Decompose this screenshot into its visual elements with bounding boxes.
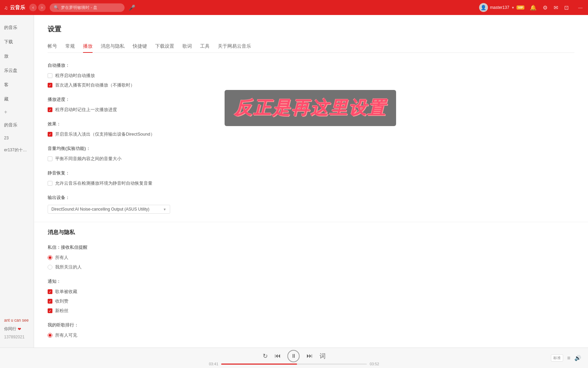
- notif-item-3: 新粉丝: [48, 308, 574, 314]
- main-layout: 的音乐 下载 放 乐云盘 客 藏 + 的音乐 23 er137的十年... an…: [0, 15, 588, 348]
- repeat-button[interactable]: ↻: [263, 352, 268, 360]
- volume-icon[interactable]: 🔊: [574, 355, 581, 361]
- dropdown-arrow-icon: ▼: [163, 208, 166, 211]
- autoplay-text-2: 首次进入播客页时自动播放（不播歌时）: [55, 82, 135, 88]
- sidebar-item-play[interactable]: 放: [0, 50, 34, 62]
- radio-all-label: 所有人: [55, 255, 68, 261]
- dropdown-arrow: ▼: [511, 6, 515, 10]
- ranking-label: 我的听歌排行：: [48, 322, 574, 328]
- next-button[interactable]: ⏭: [307, 352, 313, 359]
- search-bar[interactable]: 🔍 梦在萝明敏咦时 - 盘: [50, 3, 125, 12]
- current-time: 03:41: [209, 362, 218, 366]
- player-controls: ↻ ⏮ ⏸ ⏭ 词: [263, 350, 326, 362]
- autoplay-item-2: 首次进入播客页时自动播放（不播歌时）: [48, 82, 574, 88]
- radio-following-label: 我所关注的人: [55, 264, 82, 270]
- vip-badge: VIP: [517, 5, 524, 10]
- content-area: 设置 帐号 常规 播放 消息与隐私 快捷键 下载设置 歌词 工具 关于网易云音乐…: [34, 15, 588, 348]
- page-title: 设置: [48, 25, 574, 34]
- notif-checkbox-3[interactable]: [48, 308, 52, 313]
- messages-title: 消息与隐私: [48, 229, 574, 236]
- sidebar-item-cloud[interactable]: 乐云盘: [0, 65, 34, 76]
- window-controls: —: [577, 4, 584, 11]
- progress-checkbox-1[interactable]: [48, 107, 52, 112]
- mail-icon[interactable]: ✉: [553, 4, 559, 12]
- autoplay-label: 自动播放：: [48, 62, 574, 68]
- notif-item-2: 收到赞: [48, 298, 574, 304]
- settings-icon[interactable]: ⚙: [542, 4, 548, 12]
- standard-quality-btn[interactable]: 标准: [551, 354, 563, 362]
- pause-button[interactable]: ⏸: [288, 350, 300, 362]
- output-section: 输出设备： DirectSound:AI Noise-cancelling Ou…: [48, 195, 574, 214]
- sidebar-playlist-23[interactable]: 23: [0, 134, 34, 142]
- notification-section: 通知： 歌单被收藏 收到赞 新粉丝: [48, 278, 574, 314]
- top-bar: ♫ 云音乐 ‹ › 🔍 梦在萝明敏咦时 - 盘 🎤 👤 master137 ▼ …: [0, 0, 588, 15]
- tab-lyrics[interactable]: 歌词: [182, 41, 192, 53]
- silence-checkbox-1[interactable]: [48, 181, 52, 186]
- tab-playback[interactable]: 播放: [83, 41, 93, 53]
- bell-icon[interactable]: 🔔: [529, 4, 537, 12]
- add-playlist-button[interactable]: +: [4, 109, 7, 115]
- tab-tools[interactable]: 工具: [200, 41, 210, 53]
- ranking-radio-1[interactable]: [48, 333, 52, 338]
- sidebar: 的音乐 下载 放 乐云盘 客 藏 + 的音乐 23 er137的十年... an…: [0, 15, 34, 348]
- tab-download[interactable]: 下载设置: [155, 41, 174, 53]
- effects-item-1: 开启音乐淡入淡出（仅支持输出设备DirectSound）: [48, 131, 574, 137]
- effects-text-1: 开启音乐淡入淡出（仅支持输出设备DirectSound）: [55, 131, 155, 137]
- settings-tabs: 帐号 常规 播放 消息与隐私 快捷键 下载设置 歌词 工具 关于网易云音乐: [48, 41, 574, 53]
- heart-icon: ❤: [18, 327, 21, 332]
- tab-general[interactable]: 常规: [65, 41, 75, 53]
- overlay-banner: 反正是再这里设置: [225, 90, 396, 126]
- nav-buttons: ‹ ›: [29, 4, 46, 11]
- forward-button[interactable]: ›: [38, 4, 46, 11]
- volume-item-1: 平衡不同音频内容之间的音量大小: [48, 156, 574, 162]
- autoplay-checkbox-1[interactable]: [48, 73, 52, 78]
- logo-icon: ♫: [4, 5, 8, 11]
- sidebar-playlist-tenyear[interactable]: er137的十年...: [0, 145, 34, 155]
- playlist-icon[interactable]: ≡: [567, 355, 570, 361]
- app-name: 云音乐: [10, 4, 25, 11]
- notif-text-2: 收到赞: [55, 298, 68, 304]
- notification-label: 通知：: [48, 278, 574, 285]
- lyrics-button[interactable]: 词: [320, 352, 326, 360]
- mic-icon[interactable]: 🎤: [129, 4, 135, 11]
- volume-checkbox-1[interactable]: [48, 156, 52, 161]
- tab-shortcuts[interactable]: 快捷键: [133, 41, 147, 53]
- notif-checkbox-1[interactable]: [48, 289, 52, 294]
- tab-messages[interactable]: 消息与隐私: [101, 41, 125, 53]
- sidebar-item-download[interactable]: 下载: [0, 36, 34, 48]
- sidebar-item-recent[interactable]: 客: [0, 79, 34, 91]
- sidebar-bottom-text: ant u can see: [0, 316, 34, 325]
- progress-bar[interactable]: [221, 364, 367, 365]
- sidebar-item-mymusic[interactable]: 的音乐: [0, 119, 34, 131]
- user-info[interactable]: 👤 master137 ▼ VIP: [479, 3, 524, 12]
- tab-account[interactable]: 帐号: [48, 41, 57, 53]
- back-button[interactable]: ‹: [29, 4, 37, 11]
- total-time: 03:52: [370, 362, 379, 366]
- topbar-right: 👤 master137 ▼ VIP 🔔 ⚙ ✉ ⊡ —: [479, 3, 584, 12]
- autoplay-checkbox-2[interactable]: [48, 83, 52, 88]
- output-label: 输出设备：: [48, 195, 574, 201]
- tab-about[interactable]: 关于网易云音乐: [218, 41, 251, 53]
- sidebar-item-collect[interactable]: 藏: [0, 93, 34, 105]
- messages-section: 消息与隐私: [48, 229, 574, 236]
- app-logo: ♫ 云音乐: [4, 4, 25, 11]
- radio-all-btn[interactable]: [48, 255, 52, 260]
- output-dropdown[interactable]: DirectSound:AI Noise-cancelling Output (…: [48, 205, 170, 214]
- private-msg-section: 私信：接收私信提醒 所有人 我所关注的人: [48, 244, 574, 270]
- notif-checkbox-2[interactable]: [48, 299, 52, 304]
- sidebar-item-music[interactable]: 的音乐: [0, 22, 34, 33]
- prev-button[interactable]: ⏮: [275, 352, 281, 359]
- screen-icon[interactable]: ⊡: [564, 4, 569, 12]
- radio-following: 我所关注的人: [48, 264, 574, 270]
- autoplay-text-1: 程序启动时自动播放: [55, 73, 95, 79]
- radio-all: 所有人: [48, 255, 574, 261]
- effects-checkbox-1[interactable]: [48, 132, 52, 137]
- volume-section: 音量均衡(实验功能)： 平衡不同音频内容之间的音量大小: [48, 145, 574, 162]
- year-label: 137892021: [0, 333, 34, 341]
- minimize-button[interactable]: —: [577, 4, 584, 11]
- search-icon: 🔍: [54, 5, 59, 10]
- autoplay-item-1: 程序启动时自动播放: [48, 73, 574, 79]
- progress-row: 03:41 03:52: [209, 362, 379, 366]
- radio-following-btn[interactable]: [48, 265, 52, 270]
- sidebar-bottom-area: ant u can see 你同行 ❤ 137892021: [0, 316, 34, 341]
